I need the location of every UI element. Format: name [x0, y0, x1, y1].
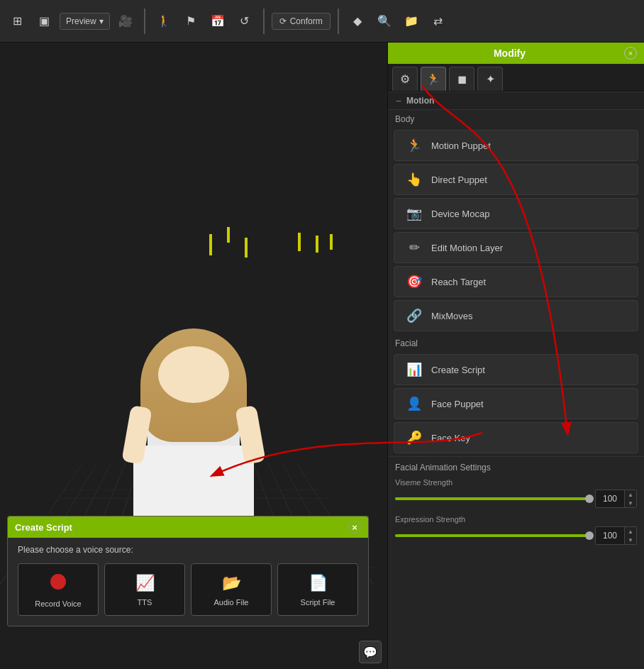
- viseme-strength-arrows: ▲ ▼: [624, 490, 636, 507]
- modify-header: Modify ×: [388, 43, 644, 64]
- checker-icon: ◼: [457, 72, 467, 86]
- motion-puppet-button[interactable]: 🏃 Motion Puppet: [394, 130, 638, 161]
- motion-puppet-label: Motion Puppet: [431, 140, 491, 151]
- main-layout: Create Script × Please choose a voice so…: [0, 43, 644, 669]
- divider-1: [144, 9, 145, 34]
- tab-bar: ⚙ 🏃 ◼ ✦: [388, 64, 644, 92]
- toolbar-icon-1[interactable]: ⊞: [6, 10, 28, 33]
- viseme-strength-slider[interactable]: [395, 497, 589, 500]
- audio-file-label: Audio File: [214, 598, 249, 607]
- right-panel: Modify × ⚙ 🏃 ◼ ✦ – Motion: [387, 43, 644, 669]
- viseme-strength-value-box: 100 ▲ ▼: [595, 490, 637, 508]
- motion-panel: – Motion Body 🏃 Motion Puppet 👆 Direct P…: [388, 92, 644, 669]
- facial-settings-title: Facial Animation Settings: [395, 463, 637, 472]
- camera-icon[interactable]: 🎥: [114, 10, 137, 33]
- expression-strength-label: Expression Strength: [395, 515, 637, 524]
- gear-icon: ✦: [486, 72, 495, 86]
- edit-motion-layer-button[interactable]: ✏ Edit Motion Layer: [394, 232, 638, 263]
- create-script-button[interactable]: 📊 Create Script: [394, 354, 638, 385]
- tts-option[interactable]: 📈 TTS: [104, 563, 185, 616]
- face-key-button[interactable]: 🔑 Face Key: [394, 422, 638, 453]
- scene-marker-3: [245, 238, 248, 258]
- direct-puppet-button[interactable]: 👆 Direct Puppet: [394, 164, 638, 195]
- flag-icon[interactable]: ⚑: [179, 10, 202, 33]
- preview-button[interactable]: Preview ▾: [60, 13, 110, 30]
- conform-icon: ⟳: [279, 16, 287, 26]
- edit-motion-layer-icon: ✏: [404, 240, 424, 255]
- sliders-icon: ⚙: [400, 72, 410, 86]
- voice-source-prompt: Please choose a voice source:: [18, 545, 358, 555]
- tab-checker[interactable]: ◼: [449, 67, 474, 91]
- calendar-icon[interactable]: 📅: [206, 10, 229, 33]
- expression-strength-row: Expression Strength 100 ▲ ▼: [395, 515, 637, 545]
- create-script-body: Please choose a voice source: Record Voi…: [8, 538, 368, 626]
- script-file-option[interactable]: 📄 Script File: [277, 563, 358, 616]
- create-script-icon: 📊: [404, 362, 424, 377]
- create-script-dialog: Create Script × Please choose a voice so…: [7, 516, 369, 626]
- face-puppet-button[interactable]: 👤 Face Puppet: [394, 388, 638, 419]
- reach-target-button[interactable]: 🎯 Reach Target: [394, 266, 638, 297]
- device-mocap-button[interactable]: 📷 Device Mocap: [394, 198, 638, 229]
- tab-sliders[interactable]: ⚙: [392, 67, 418, 91]
- audio-file-icon: 📂: [222, 574, 241, 592]
- viseme-strength-thumb[interactable]: [585, 494, 594, 503]
- arrow-icon[interactable]: ↺: [233, 10, 256, 33]
- preview-chevron: ▾: [99, 16, 104, 26]
- viewport: Create Script × Please choose a voice so…: [0, 43, 387, 669]
- mixmoves-button[interactable]: 🔗 MixMoves: [394, 300, 638, 331]
- motion-icon: 🏃: [426, 72, 440, 86]
- motion-section-header[interactable]: – Motion: [388, 92, 644, 110]
- viseme-strength-row: Viseme Strength 100 ▲ ▼: [395, 478, 637, 508]
- scene-marker-4: [298, 233, 301, 251]
- tab-motion[interactable]: 🏃: [421, 67, 446, 91]
- tab-gear[interactable]: ✦: [477, 67, 503, 91]
- folder-icon[interactable]: 📁: [400, 10, 423, 33]
- record-voice-icon: [50, 574, 66, 594]
- expression-strength-down[interactable]: ▼: [625, 536, 636, 544]
- create-script-header: Create Script ×: [8, 516, 368, 538]
- expression-strength-up[interactable]: ▲: [625, 527, 636, 536]
- motion-puppet-icon: 🏃: [404, 138, 424, 153]
- search-icon[interactable]: 🔍: [373, 10, 396, 33]
- reach-target-icon: 🎯: [404, 274, 424, 289]
- viseme-strength-up[interactable]: ▲: [625, 490, 636, 499]
- facial-section-title: Facial: [388, 334, 644, 351]
- expression-strength-slider[interactable]: [395, 534, 589, 537]
- expression-strength-fill: [395, 534, 589, 537]
- viseme-strength-control: 100 ▲ ▼: [395, 490, 637, 508]
- face-key-label: Face Key: [431, 433, 470, 443]
- figure-icon[interactable]: 🚶: [152, 10, 175, 33]
- diamond-icon[interactable]: ◆: [346, 10, 369, 33]
- toolbar-icon-2[interactable]: ▣: [33, 10, 55, 33]
- create-script-close-button[interactable]: ×: [348, 521, 361, 533]
- facial-animation-settings: Facial Animation Settings Viseme Strengt…: [388, 456, 644, 558]
- create-script-title: Create Script: [15, 522, 72, 533]
- expression-strength-arrows: ▲ ▼: [624, 527, 636, 544]
- chat-button[interactable]: 💬: [359, 641, 382, 663]
- face-puppet-icon: 👤: [404, 396, 424, 411]
- reach-target-label: Reach Target: [431, 277, 486, 287]
- body-section-title: Body: [388, 110, 644, 127]
- device-mocap-icon: 📷: [404, 206, 424, 221]
- modify-title: Modify: [395, 48, 624, 59]
- expression-strength-thumb[interactable]: [585, 531, 594, 540]
- create-script-label: Create Script: [431, 365, 485, 375]
- toolbar: ⊞ ▣ Preview ▾ 🎥 🚶 ⚑ 📅 ↺ ⟳ Conform ◆ 🔍 📁 …: [0, 0, 644, 43]
- share-icon[interactable]: ⇄: [427, 10, 450, 33]
- viseme-strength-value: 100: [596, 492, 624, 505]
- record-voice-option[interactable]: Record Voice: [18, 563, 99, 616]
- motion-section-label: Motion: [406, 96, 434, 106]
- conform-label: Conform: [290, 16, 323, 26]
- divider-2: [263, 9, 265, 34]
- viseme-strength-down[interactable]: ▼: [625, 499, 636, 507]
- script-file-label: Script File: [301, 598, 335, 607]
- conform-button[interactable]: ⟳ Conform: [272, 13, 331, 30]
- edit-motion-layer-label: Edit Motion Layer: [431, 243, 503, 253]
- expression-strength-value: 100: [596, 529, 624, 542]
- viseme-strength-label: Viseme Strength: [395, 478, 637, 487]
- scene-marker-2: [227, 227, 230, 243]
- expression-strength-control: 100 ▲ ▼: [395, 526, 637, 545]
- modify-close-button[interactable]: ×: [624, 47, 637, 60]
- mixmoves-label: MixMoves: [431, 311, 473, 321]
- audio-file-option[interactable]: 📂 Audio File: [191, 563, 272, 616]
